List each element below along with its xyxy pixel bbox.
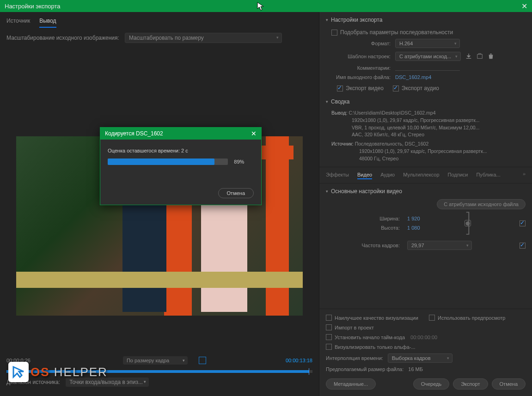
render-alpha-checkbox[interactable] bbox=[326, 344, 332, 350]
use-previews-checkbox[interactable] bbox=[429, 315, 435, 321]
comments-label: Комментарии: bbox=[326, 65, 391, 71]
match-source-button[interactable]: С атрибутами исходного файла bbox=[437, 199, 526, 209]
tab-publish[interactable]: Публика... bbox=[476, 171, 500, 179]
fps-dropdown[interactable]: 29,97 bbox=[407, 241, 472, 250]
import-preset-icon[interactable] bbox=[477, 53, 483, 60]
export-button[interactable]: Экспорт bbox=[453, 378, 488, 390]
scale-dropdown[interactable]: Масштабировать по размеру bbox=[125, 33, 282, 43]
encoding-progress-dialog: Кодируется DSC_1602 ✕ Оценка оставшегося… bbox=[100, 127, 262, 205]
encoder-tabs: Эффекты Видео Аудио Мультиплексор Подпис… bbox=[319, 167, 532, 183]
interpolation-label: Интерполяция времени: bbox=[326, 355, 383, 361]
video-settings-title[interactable]: Основные настройки видео bbox=[326, 188, 526, 195]
dimensions-match-checkbox[interactable] bbox=[520, 220, 526, 226]
tabs-more-icon[interactable]: » bbox=[523, 171, 526, 179]
export-audio-checkbox[interactable] bbox=[393, 85, 399, 91]
timecode-value[interactable]: 00:00:00:00 bbox=[410, 335, 437, 340]
cancel-button[interactable]: Отмена bbox=[492, 378, 526, 390]
width-label: Ширина: bbox=[326, 216, 400, 221]
summary-source-label: Источник: bbox=[331, 141, 354, 146]
progress-bar bbox=[108, 158, 228, 165]
progress-estimate: Оценка оставшегося времени: 2 с bbox=[108, 148, 254, 153]
output-name-value[interactable]: DSC_1602.mp4 bbox=[395, 74, 431, 80]
window-titlebar: Настройки экспорта ✕ bbox=[0, 0, 532, 12]
preset-dropdown[interactable]: С атрибутами исход... bbox=[395, 52, 461, 61]
watermark-helper: HELPER bbox=[54, 365, 108, 379]
save-preset-icon[interactable] bbox=[465, 53, 472, 60]
svg-rect-0 bbox=[477, 55, 483, 59]
width-value[interactable]: 1 920 bbox=[407, 216, 420, 221]
tab-effects[interactable]: Эффекты bbox=[326, 171, 349, 179]
fps-match-checkbox[interactable] bbox=[520, 243, 526, 249]
format-dropdown[interactable]: H.264 bbox=[395, 39, 460, 48]
summary-title[interactable]: Сводка bbox=[326, 98, 526, 105]
dimension-bracket: ⎤ ⬤ ⎦ bbox=[465, 214, 471, 232]
tab-output[interactable]: Вывод bbox=[39, 16, 56, 28]
tab-source[interactable]: Источник bbox=[6, 16, 30, 28]
progress-cancel-button[interactable]: Отмена bbox=[218, 188, 254, 198]
interpolation-dropdown[interactable]: Выборка кадров bbox=[388, 353, 453, 363]
export-settings-title[interactable]: Настройки экспорта bbox=[326, 17, 526, 23]
export-video-label: Экспорт видео bbox=[346, 85, 384, 91]
match-sequence-checkbox[interactable] bbox=[331, 30, 337, 36]
tab-video[interactable]: Видео bbox=[357, 171, 372, 179]
scale-label: Масштабирование исходного изображения: bbox=[6, 35, 119, 41]
progress-dialog-title: Кодируется DSC_1602 bbox=[105, 130, 163, 137]
watermark: OS HELPER bbox=[8, 362, 108, 382]
max-quality-checkbox[interactable] bbox=[326, 315, 332, 321]
watermark-os: OS bbox=[31, 365, 50, 379]
est-size-value: 16 МБ bbox=[408, 366, 423, 372]
tab-captions[interactable]: Подписи bbox=[448, 171, 468, 179]
preset-label: Шаблон настроек: bbox=[326, 54, 391, 59]
summary-block: Вывод: C:\Users\diami\Desktop\DSC_1602.m… bbox=[326, 110, 526, 162]
tab-audio[interactable]: Аудио bbox=[380, 171, 395, 179]
video-settings-section: Основные настройки видео С атрибутами ис… bbox=[319, 183, 532, 309]
scale-row: Масштабирование исходного изображения: М… bbox=[0, 28, 319, 48]
timecode-right[interactable]: 00:00:13:18 bbox=[286, 358, 312, 363]
format-label: Формат: bbox=[326, 41, 391, 46]
fit-dropdown[interactable]: По размеру кадра bbox=[123, 356, 188, 365]
export-video-checkbox[interactable] bbox=[337, 85, 343, 91]
tab-multiplexer[interactable]: Мультиплексор bbox=[403, 171, 439, 179]
bottom-options: Наилучшее качество визуализации Использо… bbox=[319, 309, 532, 396]
preview-tabs: Источник Вывод bbox=[0, 12, 319, 28]
export-audio-label: Экспорт аудио bbox=[402, 85, 439, 91]
fps-label: Частота кадров: bbox=[326, 243, 400, 248]
aspect-icon[interactable] bbox=[199, 357, 206, 364]
summary-output-label: Вывод: bbox=[331, 110, 348, 116]
output-name-label: Имя выходного файла: bbox=[326, 74, 391, 80]
window-title: Настройки экспорта bbox=[5, 3, 61, 10]
match-sequence-label: Подобрать параметры последовательности bbox=[340, 29, 453, 36]
comments-input[interactable] bbox=[395, 65, 460, 71]
settings-panel: Настройки экспорта Подобрать параметры п… bbox=[319, 12, 532, 396]
progress-close-icon[interactable]: ✕ bbox=[251, 130, 257, 137]
import-project-checkbox[interactable] bbox=[326, 324, 332, 330]
metadata-button[interactable]: Метаданные... bbox=[326, 378, 376, 390]
height-label: Высота: bbox=[326, 225, 400, 231]
height-value[interactable]: 1 080 bbox=[407, 225, 420, 231]
est-size-label: Предполагаемый размер файла: bbox=[326, 366, 404, 372]
export-settings-section: Настройки экспорта Подобрать параметры п… bbox=[319, 12, 532, 167]
queue-button[interactable]: Очередь bbox=[413, 378, 450, 390]
close-icon[interactable]: ✕ bbox=[521, 2, 527, 11]
watermark-icon bbox=[8, 362, 29, 382]
progress-dialog-titlebar: Кодируется DSC_1602 ✕ bbox=[100, 128, 261, 140]
set-timecode-checkbox[interactable] bbox=[326, 334, 332, 340]
progress-percent: 89% bbox=[234, 159, 244, 164]
delete-preset-icon[interactable] bbox=[488, 53, 494, 60]
main-content: Источник Вывод Масштабирование исходного… bbox=[0, 12, 532, 396]
